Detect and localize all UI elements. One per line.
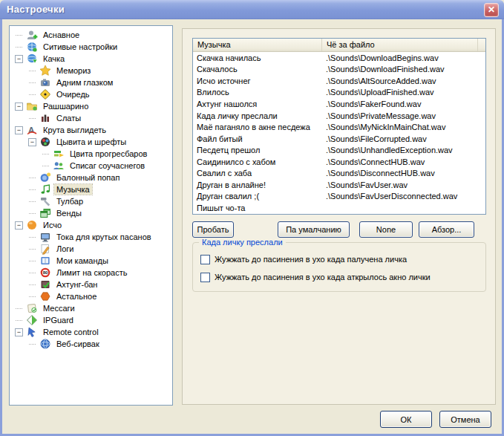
ok-button[interactable]: ОК: [380, 411, 432, 428]
tree-expander-minus[interactable]: −: [15, 221, 23, 230]
tree-item[interactable]: 80Лимит на скорасть: [10, 267, 172, 279]
tree-item[interactable]: Аснавное: [10, 29, 172, 41]
svg-text:80: 80: [43, 270, 48, 275]
table-row[interactable]: Друган в анлайне!.\Sounds\FavUser.wav: [193, 179, 485, 191]
tree-connector-line: [16, 47, 22, 48]
tree-item[interactable]: Мои каманды: [10, 255, 172, 267]
cell-sound-event: Пишыт чо-та: [193, 204, 322, 212]
tree-item[interactable]: −AКрута выглидеть: [10, 124, 172, 136]
table-row[interactable]: Исчо источнег.\Sounds\AltSourceAdded.wav: [193, 75, 485, 87]
tree-connector-line: [29, 201, 36, 202]
table-row[interactable]: Пишыт чо-та: [193, 202, 485, 214]
tree-item-label: Ахтунг-бан: [54, 279, 99, 290]
tree-item-label: Логи: [54, 244, 76, 254]
tree-item[interactable]: Цвита прогресбаров: [10, 148, 172, 160]
tree-item[interactable]: −Рашшарино: [10, 100, 172, 112]
browse-button[interactable]: Абзор...: [419, 221, 474, 238]
tree-item[interactable]: Тока для крутых пасанов: [10, 231, 172, 243]
tree-item[interactable]: −Качка: [10, 53, 172, 65]
ipguard-icon: [26, 314, 38, 326]
cell-sound-event: Скачка начилась: [193, 53, 322, 62]
cell-sound-event: Песдетц прешол: [193, 146, 322, 154]
tree-item[interactable]: −Remote control: [10, 326, 172, 338]
table-row[interactable]: Влилось.\Sounds\UploadFinished.wav: [193, 87, 485, 99]
tree-expander-minus[interactable]: −: [15, 103, 23, 111]
beep-on-pm-window-checkbox[interactable]: [200, 273, 210, 282]
table-row[interactable]: Скачка начилась.\Sounds\DownloadBegins.w…: [193, 52, 485, 64]
tree-item[interactable]: Мессаги: [10, 302, 172, 314]
queue-sign-icon: [39, 88, 51, 100]
cell-sound-event: Саидинилсо с хабом: [193, 157, 322, 166]
speed-limit-icon: 80: [39, 267, 51, 279]
tree-item[interactable]: Ахтунг-бан: [10, 279, 172, 290]
tree-item[interactable]: Веб-сирвак: [10, 338, 172, 350]
tree-item-label: Remote control: [41, 327, 101, 337]
tree-item[interactable]: Астальное: [10, 290, 172, 302]
tree-item[interactable]: IPGuard: [10, 314, 172, 326]
table-row[interactable]: Саидинилсо с хабом.\Sounds\ConnectHUB.wa…: [193, 156, 485, 168]
cell-sound-event: Исчо источнег: [193, 77, 322, 85]
checkbox-label: Жужжать до пасинения в ухо када аткрылос…: [215, 273, 431, 282]
tree-item[interactable]: Балонный попап: [10, 172, 172, 183]
cell-sound-file: .\Sounds\DisconnectHUB.wav: [322, 169, 482, 178]
tree-expander-minus[interactable]: −: [15, 55, 23, 63]
test-sound-button[interactable]: Пробать: [192, 221, 234, 238]
tree-item[interactable]: Адним глазком: [10, 77, 172, 88]
tree-expander-minus[interactable]: −: [15, 126, 23, 134]
default-button[interactable]: Па умалчанию: [278, 221, 350, 238]
cell-sound-event: Маё паганяло в акне песдежа: [193, 123, 322, 131]
tree-item-label: Рашшарино: [41, 101, 91, 111]
users-icon: [53, 160, 65, 172]
tree-item[interactable]: Тулбар: [10, 195, 172, 207]
balloon-icon: [39, 172, 51, 183]
cancel-button[interactable]: Отмена: [439, 411, 491, 428]
table-row[interactable]: Ахтунг нашолся.\Sounds\FakerFound.wav: [193, 98, 485, 110]
table-row[interactable]: Свалил с хаба.\Sounds\DisconnectHUB.wav: [193, 167, 485, 179]
cell-sound-event: Скачалось: [193, 65, 322, 74]
progressbar-colors-icon: [53, 148, 65, 160]
tree-item[interactable]: Ситивые настройки: [10, 41, 172, 53]
tree-item[interactable]: Слаты: [10, 112, 172, 124]
beep-on-pm-checkbox[interactable]: [200, 255, 210, 264]
tree-item-label: Цвита прогресбаров: [68, 149, 149, 159]
tree-item[interactable]: Очиредь: [10, 88, 172, 100]
network-globe-icon: [26, 41, 38, 53]
table-row[interactable]: Маё паганяло в акне песдежа.\Sounds\MyNi…: [193, 121, 485, 133]
cell-sound-file: .\Sounds\FavUserDisconnected.wav: [322, 192, 482, 201]
tree-item-label: Очиредь: [54, 89, 92, 100]
tree-connector-line: [29, 189, 36, 190]
table-row[interactable]: Друган свалил ;(.\Sounds\FavUserDisconne…: [193, 191, 485, 203]
list-body: Скачка начилась.\Sounds\DownloadBegins.w…: [193, 52, 485, 214]
tree-connector-line: [42, 166, 49, 166]
tree-item-label: Качка: [41, 53, 67, 64]
cell-sound-file: .\Sounds\PrivateMessage.wav: [322, 111, 482, 120]
tree-expander-minus[interactable]: −: [15, 328, 23, 336]
tree-connector-line: [29, 296, 36, 297]
table-row[interactable]: Песдетц прешол.\Sounds\UnhandledExceptio…: [193, 144, 485, 156]
tree-item[interactable]: Музычка: [10, 183, 172, 195]
tree-expander-minus[interactable]: −: [28, 138, 36, 146]
column-header-file[interactable]: Чё за файло: [322, 39, 478, 51]
table-row[interactable]: Када личку преслали.\Sounds\PrivateMessa…: [193, 110, 485, 122]
none-button[interactable]: None: [359, 221, 413, 238]
tree-item[interactable]: Мемориз: [10, 65, 172, 77]
cell-sound-event: Друган свалил ;(: [193, 192, 322, 201]
tree-item[interactable]: Логи: [10, 243, 172, 255]
close-button[interactable]: ✕: [484, 3, 499, 17]
checkbox-row-beep-on-pm-window[interactable]: Жужжать до пасинения в ухо када аткрылос…: [200, 272, 431, 282]
tree-item[interactable]: Списаг соучаснегов: [10, 160, 172, 172]
checkbox-row-beep-on-pm[interactable]: Жужжать до пасинения в ухо када палучена…: [200, 254, 407, 264]
cell-sound-file: .\Sounds\ConnectHUB.wav: [322, 157, 482, 166]
table-row[interactable]: Файл битый.\Sounds\FileCorrupted.wav: [193, 133, 485, 145]
table-row[interactable]: Скачалось.\Sounds\DownloadFinished.wav: [193, 64, 485, 76]
column-header-sound[interactable]: Музычка: [193, 39, 322, 51]
title-bar[interactable]: Настроечки ✕: [0, 0, 504, 19]
commands-book-icon: [39, 255, 51, 267]
tree-item-label: Мои каманды: [54, 256, 111, 266]
tree-item[interactable]: −Исчо: [10, 219, 172, 231]
cell-sound-file: .\Sounds\AltSourceAdded.wav: [322, 77, 482, 85]
cell-sound-file: .\Sounds\MyNickInMainChat.wav: [322, 123, 482, 131]
tree-item[interactable]: Венды: [10, 207, 172, 219]
tree-item-label: Венды: [54, 208, 84, 218]
tree-item[interactable]: −Цывита и шрефты: [10, 136, 172, 148]
